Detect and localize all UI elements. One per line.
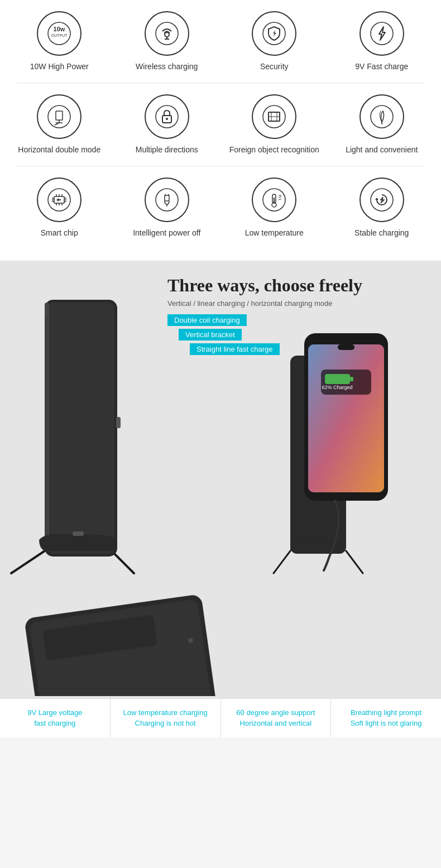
svg-point-9 [48,105,70,128]
feature-horizontal: Horizontal double mode [9,94,109,155]
low-temp-label: Low temperature [245,228,304,238]
feature-fast-charge: 9V Fast charge [332,11,432,71]
smart-chip-label: Smart chip [41,228,78,238]
svg-point-3 [156,22,178,45]
product-section: Three ways, choose freely Vertical / lin… [0,261,441,698]
stable-icon [359,178,404,222]
stat-light-line2: Soft light is not glaring [337,718,435,729]
feature-wireless: Wireless charging [117,11,217,71]
stat-voltage-line1: 9V Large voltage [6,707,104,718]
directions-icon [145,94,189,139]
security-label: Security [260,61,289,71]
high-power-icon: 10w OUTPUT [37,11,82,56]
feature-low-temp: Low temperature [224,178,324,238]
low-temp-icon [252,178,296,222]
badge-double-coil: Double coil charging [167,314,247,326]
svg-rect-10 [56,111,63,120]
wireless-icon [145,11,189,56]
svg-rect-70 [350,377,353,381]
svg-rect-59 [116,417,121,428]
svg-line-49 [279,199,281,200]
feature-light: Light and convenient [332,94,432,155]
svg-text:10w: 10w [54,26,65,32]
feature-directions: Multiple directions [117,94,217,155]
stat-angle-line1: 60 degree angle support [227,707,325,718]
feature-high-power: 10w OUTPUT 10W High Power [9,11,109,71]
feature-smart-chip: Smart chip [9,178,109,238]
divider-1 [17,83,424,83]
svg-line-48 [279,196,281,198]
svg-rect-66 [308,344,384,492]
stat-angle: 60 degree angle support Horizontal and v… [221,699,332,737]
stat-voltage: 9V Large voltage fast charging [0,699,111,737]
three-ways-title: Three ways, choose freely [167,275,430,296]
svg-rect-60 [73,531,84,536]
horizontal-icon [37,94,82,139]
feature-power-off: Intelligent power off [117,178,217,238]
wireless-label: Wireless charging [136,61,198,71]
svg-rect-69 [325,374,350,384]
svg-point-14 [156,105,178,128]
directions-label: Multiple directions [136,145,198,155]
foreign-object-label: Foreign object recognition [229,145,319,155]
smart-chip-icon [37,178,82,222]
foreign-object-icon [252,94,296,139]
features-row-3: Smart chip Intelligent power off [6,178,435,238]
horizontal-label: Horizontal double mode [18,145,100,155]
features-row-2: Horizontal double mode Multiple directio… [6,94,435,155]
svg-rect-39 [165,195,169,201]
stat-temperature: Low temperature charging Charging is not… [111,699,221,737]
power-off-label: Intelligent power off [133,228,200,238]
security-icon [252,11,296,56]
bottom-stats: 9V Large voltage fast charging Low tempe… [0,698,441,737]
svg-point-38 [156,189,178,211]
stat-light: Breathing light prompt Soft light is not… [331,699,441,737]
feature-stable: Stable charging [332,178,432,238]
three-ways-header: Three ways, choose freely Vertical / lin… [0,261,441,355]
stat-voltage-line2: fast charging [6,718,104,729]
divider-2 [17,166,424,166]
features-row-1: 10w OUTPUT 10W High Power Wireless ch [6,11,435,71]
stat-temperature-line1: Low temperature charging [116,707,215,718]
badge-vertical-bracket: Vertical bracket [179,329,242,341]
fast-charge-label: 9V Fast charge [355,61,408,71]
fast-charge-icon [359,11,404,56]
svg-point-4 [165,32,169,37]
svg-text:62% Charged: 62% Charged [322,385,352,390]
svg-text:OUTPUT: OUTPUT [51,33,68,37]
feature-security: Security [224,11,324,71]
stable-label: Stable charging [354,228,409,238]
svg-point-16 [166,118,168,120]
stat-light-line1: Breathing light prompt [337,707,435,718]
high-power-label: 10W High Power [30,61,89,71]
stat-angle-line2: Horizontal and vertical [227,718,325,729]
three-ways-subtitle: Vertical / linear charging / horizontal … [167,299,430,308]
badge-straight-line: Straight line fast charge [190,343,280,355]
features-section: 10w OUTPUT 10W High Power Wireless ch [0,0,441,261]
light-icon [359,94,404,139]
light-label: Light and convenient [346,145,418,155]
stat-temperature-line2: Charging is not hot [116,718,215,729]
feature-foreign-object: Foreign object recognition [224,94,324,155]
power-off-icon [145,178,189,222]
